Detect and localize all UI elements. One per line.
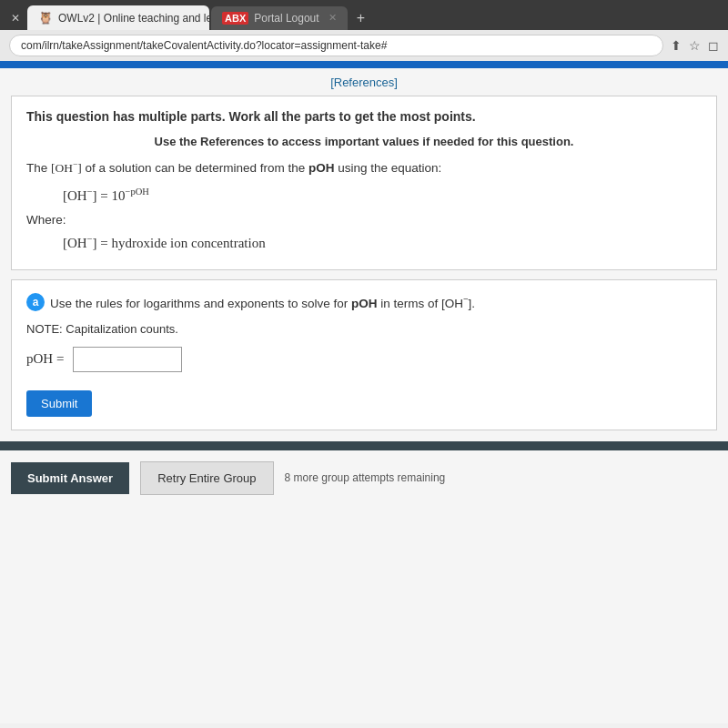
tab1-close[interactable]: ✕ [5, 10, 25, 26]
poh-row: pOH = [26, 347, 702, 372]
submit-answer-button[interactable]: Submit Answer [11, 462, 129, 494]
retry-entire-group-button[interactable]: Retry Entire Group [140, 461, 273, 495]
tab-owlv2[interactable]: 🦉 OWLv2 | Online teaching and le ✕ [27, 5, 209, 30]
part-a-header: a Use the rules for logarithms and expon… [26, 293, 702, 313]
references-link[interactable]: [References] [330, 76, 398, 89]
tab-portal[interactable]: ABX Portal Logout ✕ [211, 6, 348, 30]
part-a-text: Use the rules for logarithms and exponen… [50, 293, 475, 313]
browser-chrome: ✕ 🦉 OWLv2 | Online teaching and le ✕ ABX… [0, 0, 728, 68]
tab-bar: ✕ 🦉 OWLv2 | Online teaching and le ✕ ABX… [0, 0, 728, 30]
owlv2-tab-icon: 🦉 [38, 11, 53, 25]
footer-bar: Submit Answer Retry Entire Group 8 more … [0, 450, 728, 506]
poh-input[interactable] [73, 347, 182, 372]
part-a-label: a [26, 293, 45, 311]
address-bar-row: com/ilrn/takeAssignment/takeCovalentActi… [0, 30, 728, 61]
where-label: Where: [26, 213, 702, 227]
attempts-remaining-text: 8 more group attempts remaining [285, 471, 446, 484]
share-icon[interactable]: ⬆ [671, 38, 682, 53]
info-box-header: This question has multiple parts. Work a… [26, 109, 702, 124]
poh-label: pOH = [26, 351, 64, 367]
owlv2-tab-label: OWLv2 | Online teaching and le [58, 12, 209, 25]
page-content: [References] This question has multiple … [0, 68, 728, 723]
part-a-section: a Use the rules for logarithms and expon… [11, 279, 717, 430]
blue-accent-bar [0, 61, 728, 68]
intro-text: The [OH−] of a solution can be determine… [26, 157, 702, 177]
definition-block: [OH−] = hydroxide ion concentration [63, 234, 702, 251]
equation-block: [OH−] = 10−pOH [63, 187, 702, 204]
address-text: com/ilrn/takeAssignment/takeCovalentActi… [21, 39, 387, 52]
submit-button[interactable]: Submit [26, 390, 92, 417]
address-bar[interactable]: com/ilrn/takeAssignment/takeCovalentActi… [9, 35, 663, 56]
portal-tab-label: Portal Logout [254, 12, 318, 25]
info-box-subheader: Use the References to access important v… [26, 135, 702, 148]
new-tab-button[interactable]: + [349, 6, 372, 30]
bookmark-icon[interactable]: ☆ [689, 38, 701, 53]
dark-divider-bar [0, 441, 728, 450]
portal-tab-icon: ABX [222, 12, 248, 25]
references-bar: [References] [0, 68, 728, 96]
info-box: This question has multiple parts. Work a… [11, 96, 717, 270]
portal-tab-close[interactable]: ✕ [329, 12, 337, 24]
address-icons: ⬆ ☆ ◻ [671, 38, 719, 53]
extensions-icon[interactable]: ◻ [708, 38, 719, 53]
note-text: NOTE: Capitalization counts. [26, 322, 702, 336]
